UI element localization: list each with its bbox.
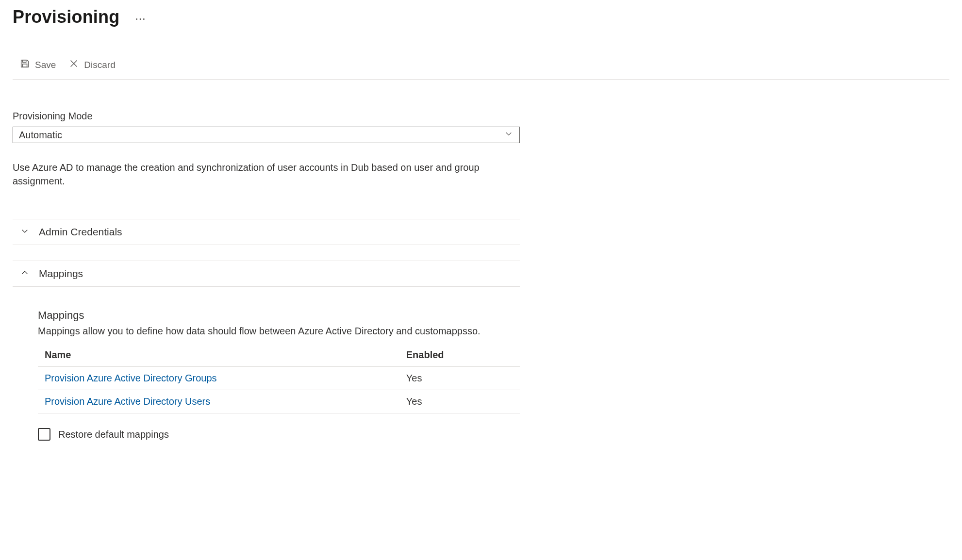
restore-default-label: Restore default mappings bbox=[58, 429, 169, 440]
mappings-table: Name Enabled Provision Azure Active Dire… bbox=[38, 345, 520, 413]
mapping-enabled-value: Yes bbox=[399, 390, 520, 413]
save-button-label: Save bbox=[35, 60, 56, 70]
section-admin-credentials[interactable]: Admin Credentials bbox=[13, 219, 520, 245]
table-row: Provision Azure Active Directory Groups … bbox=[38, 367, 520, 390]
discard-button[interactable]: Discard bbox=[67, 57, 116, 72]
mappings-description: Mappings allow you to define how data sh… bbox=[38, 326, 520, 337]
mapping-link-groups[interactable]: Provision Azure Active Directory Groups bbox=[45, 373, 217, 383]
col-enabled: Enabled bbox=[399, 345, 520, 367]
table-row: Provision Azure Active Directory Users Y… bbox=[38, 390, 520, 413]
restore-default-checkbox[interactable] bbox=[38, 428, 50, 441]
provisioning-mode-select[interactable]: Automatic bbox=[13, 127, 520, 143]
mappings-subtitle: Mappings bbox=[38, 309, 520, 322]
section-mappings-title: Mappings bbox=[39, 268, 83, 280]
section-mappings[interactable]: Mappings bbox=[13, 261, 520, 287]
mappings-body: Mappings Mappings allow you to define ho… bbox=[13, 287, 520, 441]
page-title: Provisioning bbox=[13, 7, 119, 27]
discard-button-label: Discard bbox=[84, 60, 115, 70]
section-admin-credentials-title: Admin Credentials bbox=[39, 226, 122, 238]
save-button[interactable]: Save bbox=[18, 57, 57, 72]
svg-rect-1 bbox=[22, 64, 27, 67]
mapping-link-users[interactable]: Provision Azure Active Directory Users bbox=[45, 396, 210, 407]
provisioning-mode-value: Automatic bbox=[19, 130, 62, 141]
content-area: Provisioning Mode Automatic Use Azure AD… bbox=[13, 111, 520, 441]
svg-rect-0 bbox=[22, 60, 26, 63]
provisioning-mode-select-wrap: Automatic bbox=[13, 127, 520, 143]
col-name: Name bbox=[38, 345, 399, 367]
table-header-row: Name Enabled bbox=[38, 345, 520, 367]
save-icon bbox=[19, 58, 30, 71]
chevron-up-icon bbox=[20, 268, 29, 280]
provisioning-mode-description: Use Azure AD to manage the creation and … bbox=[13, 161, 520, 188]
restore-row: Restore default mappings bbox=[38, 428, 520, 441]
close-icon bbox=[68, 58, 79, 71]
provisioning-mode-label: Provisioning Mode bbox=[13, 111, 520, 122]
page-header: Provisioning ⋯ bbox=[13, 7, 949, 27]
mapping-enabled-value: Yes bbox=[399, 367, 520, 390]
toolbar: Save Discard bbox=[13, 52, 949, 80]
chevron-down-icon bbox=[20, 227, 29, 238]
more-actions-icon[interactable]: ⋯ bbox=[132, 11, 149, 27]
